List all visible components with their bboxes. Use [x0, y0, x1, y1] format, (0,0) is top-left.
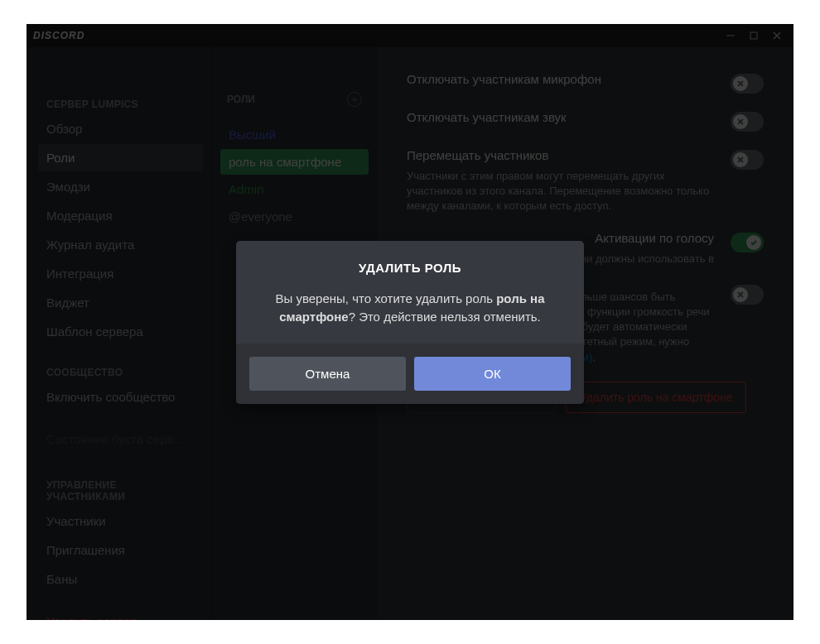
modal-title: УДАЛИТЬ РОЛЬ [253, 261, 567, 275]
modal-body: УДАЛИТЬ РОЛЬ Вы уверены, что хотите удал… [236, 241, 584, 344]
modal-footer: Отмена ОК [236, 344, 584, 404]
modal-backdrop[interactable]: УДАЛИТЬ РОЛЬ Вы уверены, что хотите удал… [27, 24, 793, 620]
modal-text: Вы уверены, что хотите удалить роль роль… [253, 290, 567, 327]
app-window: DISCORD СЕРВЕР LUMPICS Обзор Роли Эмодзи… [27, 24, 793, 620]
modal-cancel-button[interactable]: Отмена [249, 357, 406, 391]
delete-role-modal: УДАЛИТЬ РОЛЬ Вы уверены, что хотите удал… [236, 241, 584, 404]
modal-ok-button[interactable]: ОК [414, 357, 571, 391]
